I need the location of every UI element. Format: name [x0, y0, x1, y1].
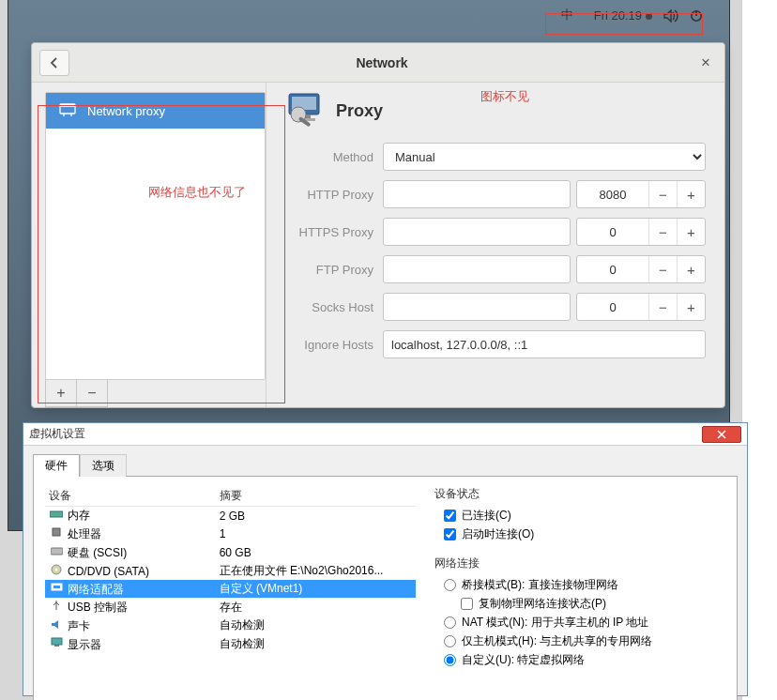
ftp-proxy-port[interactable]: 0 − +	[576, 255, 706, 283]
hw-row-cpu[interactable]: 处理器 1	[45, 525, 416, 543]
ftp-proxy-row: FTP Proxy 0 − +	[283, 255, 706, 283]
minus-icon[interactable]: −	[648, 294, 677, 320]
minus-icon[interactable]: −	[648, 181, 677, 207]
titlebar: Network ×	[32, 43, 724, 83]
vm-close-button[interactable]	[702, 426, 741, 443]
close-button[interactable]: ×	[694, 53, 717, 72]
svg-rect-14	[51, 548, 63, 555]
svg-rect-20	[54, 645, 59, 647]
connect-on-start-checkbox[interactable]: 启动时连接(O)	[444, 526, 725, 542]
usb-icon	[49, 599, 64, 612]
plus-icon[interactable]: +	[677, 256, 705, 282]
disk-icon	[49, 544, 64, 557]
svg-rect-13	[53, 528, 60, 536]
svg-rect-18	[53, 586, 60, 588]
vm-settings-dialog: 虚拟机设置 硬件 选项 设备 摘要 内存 2 GB	[23, 422, 748, 696]
vm-dialog-titlebar: 虚拟机设置	[23, 423, 747, 446]
cpu-icon	[49, 525, 64, 539]
hostonly-radio[interactable]: 仅主机模式(H): 与主机共享的专用网络	[444, 633, 725, 649]
plus-icon[interactable]: +	[677, 294, 705, 320]
tab-hardware[interactable]: 硬件	[33, 454, 80, 477]
https-proxy-row: HTTPS Proxy 0 − +	[283, 218, 706, 246]
annotation-text-sidebar: 网络信息也不见了	[148, 184, 246, 201]
annotation-box-sidebar	[38, 105, 285, 403]
socks-host[interactable]	[383, 293, 571, 321]
custom-radio[interactable]: 自定义(U): 特定虚拟网络	[444, 652, 725, 668]
hw-row-memory[interactable]: 内存 2 GB	[45, 507, 416, 525]
bridge-replicate-checkbox[interactable]: 复制物理网络连接状态(P)	[461, 596, 725, 612]
bridge-radio[interactable]: 桥接模式(B): 直接连接物理网络	[444, 577, 725, 593]
hw-row-network[interactable]: 网络适配器 自定义 (VMnet1)	[45, 580, 416, 599]
proxy-pane: Proxy Method Manual HTTP Proxy	[267, 83, 724, 407]
annotation-box-topbar	[545, 13, 703, 35]
socks-host-row: Socks Host 0 − +	[283, 293, 706, 321]
connected-checkbox[interactable]: 已连接(C)	[444, 508, 725, 524]
minus-icon[interactable]: −	[648, 219, 677, 245]
network-adapter-icon	[49, 581, 64, 594]
hw-row-display[interactable]: 显示器 自动检测	[45, 635, 416, 654]
socks-port[interactable]: 0 − +	[576, 293, 706, 321]
ignore-hosts-row: Ignore Hosts	[283, 330, 706, 358]
col-device: 设备	[45, 486, 216, 507]
vm-tabs: 硬件 选项	[33, 454, 738, 477]
ftp-proxy-host[interactable]	[383, 255, 571, 283]
device-state-group: 设备状态	[434, 486, 725, 502]
plus-icon[interactable]: +	[677, 219, 705, 245]
https-proxy-host[interactable]	[383, 218, 571, 246]
proxy-settings-icon	[283, 92, 325, 129]
nat-radio[interactable]: NAT 模式(N): 用于共享主机的 IP 地址	[444, 615, 725, 631]
plus-icon[interactable]: +	[677, 181, 705, 207]
col-summary: 摘要	[216, 486, 416, 507]
sound-icon	[49, 617, 64, 631]
http-proxy-host[interactable]	[383, 180, 571, 208]
minus-icon[interactable]: −	[648, 256, 677, 282]
hw-row-sound[interactable]: 声卡 自动检测	[45, 616, 416, 635]
vm-dialog-title: 虚拟机设置	[29, 426, 702, 442]
memory-icon	[49, 508, 64, 521]
ignore-hosts-input[interactable]	[383, 330, 706, 358]
http-proxy-port[interactable]: 8080 − +	[576, 180, 706, 208]
hw-row-cd[interactable]: CD/DVD (SATA) 正在使用文件 E:\No2\Gho2016...	[45, 562, 416, 580]
pane-title: Proxy	[336, 101, 383, 121]
method-label: Method	[283, 150, 383, 164]
annotation-text-icon: 图标不见	[480, 88, 529, 105]
http-proxy-row: HTTP Proxy 8080 − +	[283, 180, 706, 208]
window-title: Network	[69, 55, 694, 70]
hardware-list: 设备 摘要 内存 2 GB 处理器 1 硬盘 (SCSI) 60 GB	[45, 486, 416, 691]
svg-rect-12	[50, 511, 63, 517]
svg-point-16	[55, 569, 58, 571]
hw-row-disk[interactable]: 硬盘 (SCSI) 60 GB	[45, 543, 416, 562]
method-select[interactable]: Manual	[383, 143, 706, 171]
back-button[interactable]	[39, 50, 69, 76]
net-connection-group: 网络连接	[434, 555, 725, 571]
hardware-detail: 设备状态 已连接(C) 启动时连接(O) 网络连接 桥接模式(B): 直接连接物…	[434, 486, 725, 691]
https-proxy-port[interactable]: 0 − +	[576, 218, 706, 246]
svg-rect-19	[52, 638, 62, 645]
cd-icon	[49, 563, 64, 576]
hw-row-usb[interactable]: USB 控制器 存在	[45, 598, 416, 616]
tab-options[interactable]: 选项	[80, 454, 127, 477]
display-icon	[49, 636, 64, 649]
